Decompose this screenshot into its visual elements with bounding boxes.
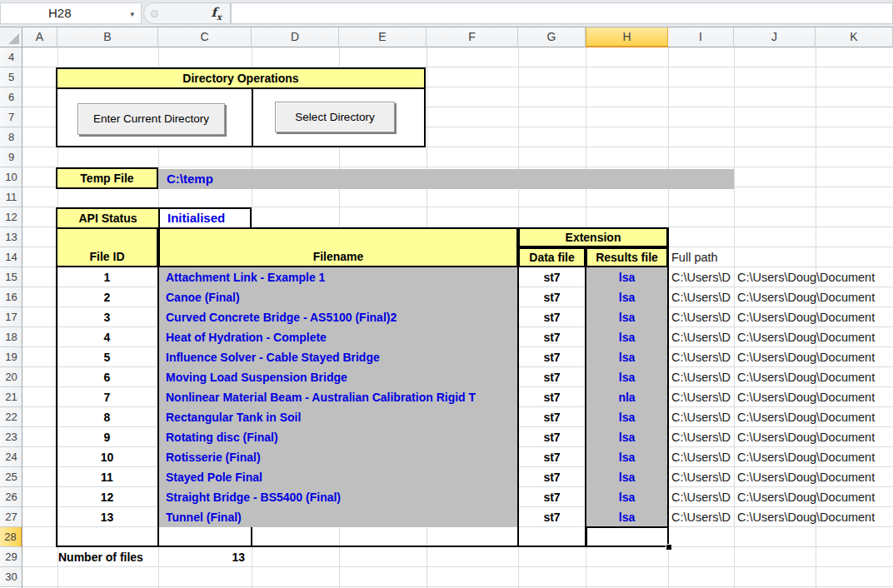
data-file-cell[interactable]: st7 bbox=[518, 467, 586, 487]
row-header-13[interactable]: 13 bbox=[0, 227, 22, 247]
data-file-cell[interactable]: st7 bbox=[518, 347, 586, 367]
row-header-14[interactable]: 14 bbox=[0, 247, 22, 267]
file-id-cell[interactable]: 5 bbox=[56, 347, 158, 367]
data-file-cell[interactable]: st7 bbox=[518, 327, 586, 347]
enter-current-directory-button[interactable]: Enter Current Directory bbox=[77, 103, 225, 135]
full-path-cell-2[interactable]: C:\Users\Doug\Document bbox=[734, 307, 893, 327]
full-path-cell-1[interactable]: C:\Users\D bbox=[668, 407, 734, 427]
select-directory-button[interactable]: Select Directory bbox=[275, 102, 395, 132]
data-file-cell[interactable]: st7 bbox=[518, 407, 586, 427]
row-header-19[interactable]: 19 bbox=[0, 347, 22, 367]
full-path-cell-1[interactable]: C:\Users\D bbox=[668, 487, 734, 507]
formula-input[interactable] bbox=[231, 2, 893, 24]
column-header-F[interactable]: F bbox=[427, 27, 518, 47]
results-file-cell[interactable]: lsa bbox=[586, 327, 668, 347]
full-path-cell-1[interactable]: C:\Users\D bbox=[668, 347, 734, 367]
fx-icon[interactable]: fx bbox=[212, 5, 222, 22]
column-header-H[interactable]: H bbox=[586, 27, 668, 47]
row-header-28[interactable]: 28 bbox=[0, 527, 22, 547]
number-of-files-value[interactable]: 13 bbox=[158, 547, 245, 567]
row-header-6[interactable]: 6 bbox=[0, 87, 22, 107]
row-header-15[interactable]: 15 bbox=[0, 267, 22, 287]
column-header-E[interactable]: E bbox=[339, 27, 427, 47]
filename-cell[interactable]: Influence Solver - Cable Stayed Bridge bbox=[158, 347, 518, 367]
filename-cell[interactable]: Tunnel (Final) bbox=[158, 507, 518, 527]
file-id-cell[interactable]: 1 bbox=[56, 267, 158, 287]
full-path-cell-2[interactable]: C:\Users\Doug\Document bbox=[734, 267, 893, 287]
full-path-cell-1[interactable]: C:\Users\D bbox=[668, 307, 734, 327]
column-header-K[interactable]: K bbox=[816, 27, 893, 47]
file-id-cell[interactable]: 12 bbox=[56, 487, 158, 507]
data-file-cell[interactable]: st7 bbox=[518, 307, 586, 327]
row-header-22[interactable]: 22 bbox=[0, 407, 22, 427]
results-file-cell[interactable]: lsa bbox=[586, 307, 668, 327]
full-path-cell-2[interactable]: C:\Users\Doug\Document bbox=[734, 447, 893, 467]
file-id-cell[interactable]: 8 bbox=[56, 407, 158, 427]
row-header-26[interactable]: 26 bbox=[0, 487, 22, 507]
data-file-cell[interactable]: st7 bbox=[518, 267, 586, 287]
row-header-12[interactable]: 12 bbox=[0, 207, 22, 227]
temp-file-value[interactable]: C:\temp bbox=[158, 169, 734, 189]
column-header-J[interactable]: J bbox=[734, 27, 816, 47]
file-id-cell[interactable]: 13 bbox=[56, 507, 158, 527]
row-header-10[interactable]: 10 bbox=[0, 167, 22, 187]
file-id-cell[interactable]: 11 bbox=[56, 467, 158, 487]
filename-cell[interactable]: Moving Load Suspension Bridge bbox=[158, 367, 518, 387]
row-header-18[interactable]: 18 bbox=[0, 327, 22, 347]
row-header-17[interactable]: 17 bbox=[0, 307, 22, 327]
selected-cell-H28[interactable] bbox=[586, 526, 669, 547]
full-path-cell-2[interactable]: C:\Users\Doug\Document bbox=[734, 387, 893, 407]
filename-cell[interactable]: Stayed Pole Final bbox=[158, 467, 518, 487]
results-file-cell[interactable]: lsa bbox=[586, 267, 668, 287]
row-header-24[interactable]: 24 bbox=[0, 447, 22, 467]
results-file-cell[interactable]: lsa bbox=[586, 367, 668, 387]
file-id-cell[interactable]: 6 bbox=[56, 367, 158, 387]
full-path-cell-1[interactable]: C:\Users\D bbox=[668, 467, 734, 487]
name-box-dropdown-icon[interactable]: ▾ bbox=[130, 4, 134, 24]
row-header-23[interactable]: 23 bbox=[0, 427, 22, 447]
row-header-29[interactable]: 29 bbox=[0, 547, 22, 567]
file-id-cell[interactable]: 2 bbox=[56, 287, 158, 307]
filename-cell[interactable]: Nonlinear Material Beam - Australian Cal… bbox=[158, 387, 518, 407]
data-file-cell[interactable]: st7 bbox=[518, 487, 586, 507]
column-header-D[interactable]: D bbox=[252, 27, 339, 47]
file-id-cell[interactable]: 9 bbox=[56, 427, 158, 447]
full-path-cell-1[interactable]: C:\Users\D bbox=[668, 367, 734, 387]
results-file-cell[interactable]: lsa bbox=[586, 347, 668, 367]
full-path-cell-1[interactable]: C:\Users\D bbox=[668, 447, 734, 467]
data-file-cell[interactable]: st7 bbox=[518, 507, 586, 527]
full-path-cell-1[interactable]: C:\Users\D bbox=[668, 287, 734, 307]
full-path-cell-2[interactable]: C:\Users\Doug\Document bbox=[734, 427, 893, 447]
results-file-cell[interactable]: lsa bbox=[586, 447, 668, 467]
file-id-cell[interactable]: 10 bbox=[56, 447, 158, 467]
file-id-cell[interactable]: 7 bbox=[56, 387, 158, 407]
row-header-4[interactable]: 4 bbox=[0, 47, 22, 67]
filename-cell[interactable]: Heat of Hydration - Complete bbox=[158, 327, 518, 347]
full-path-cell-1[interactable]: C:\Users\D bbox=[668, 327, 734, 347]
filename-cell[interactable]: Straight Bridge - BS5400 (Final) bbox=[158, 487, 518, 507]
filename-cell[interactable]: Canoe (Final) bbox=[158, 287, 518, 307]
results-file-cell[interactable]: lsa bbox=[586, 507, 668, 527]
row-header-8[interactable]: 8 bbox=[0, 127, 22, 147]
data-file-cell[interactable]: st7 bbox=[518, 427, 586, 447]
full-path-cell-1[interactable]: C:\Users\D bbox=[668, 507, 734, 527]
filename-cell[interactable]: Rectangular Tank in Soil bbox=[158, 407, 518, 427]
column-header-B[interactable]: B bbox=[57, 27, 158, 47]
full-path-cell-1[interactable]: C:\Users\D bbox=[668, 387, 734, 407]
column-header-A[interactable]: A bbox=[22, 27, 57, 47]
data-file-cell[interactable]: st7 bbox=[518, 447, 586, 467]
full-path-cell-2[interactable]: C:\Users\Doug\Document bbox=[734, 287, 893, 307]
full-path-cell-2[interactable]: C:\Users\Doug\Document bbox=[734, 367, 893, 387]
results-file-cell[interactable]: lsa bbox=[586, 427, 668, 447]
full-path-cell-2[interactable]: C:\Users\Doug\Document bbox=[734, 467, 893, 487]
row-header-9[interactable]: 9 bbox=[0, 147, 22, 167]
row-header-30[interactable]: 30 bbox=[0, 567, 22, 587]
row-header-25[interactable]: 25 bbox=[0, 467, 22, 487]
filename-cell[interactable]: Attachment Link - Example 1 bbox=[158, 267, 518, 287]
fill-handle[interactable] bbox=[666, 544, 672, 551]
name-box[interactable]: H28 ▾ bbox=[0, 2, 142, 24]
full-path-cell-2[interactable]: C:\Users\Doug\Document bbox=[734, 347, 893, 367]
results-file-cell[interactable]: lsa bbox=[586, 467, 668, 487]
data-file-cell[interactable]: st7 bbox=[518, 287, 586, 307]
select-all-corner[interactable] bbox=[0, 27, 22, 47]
